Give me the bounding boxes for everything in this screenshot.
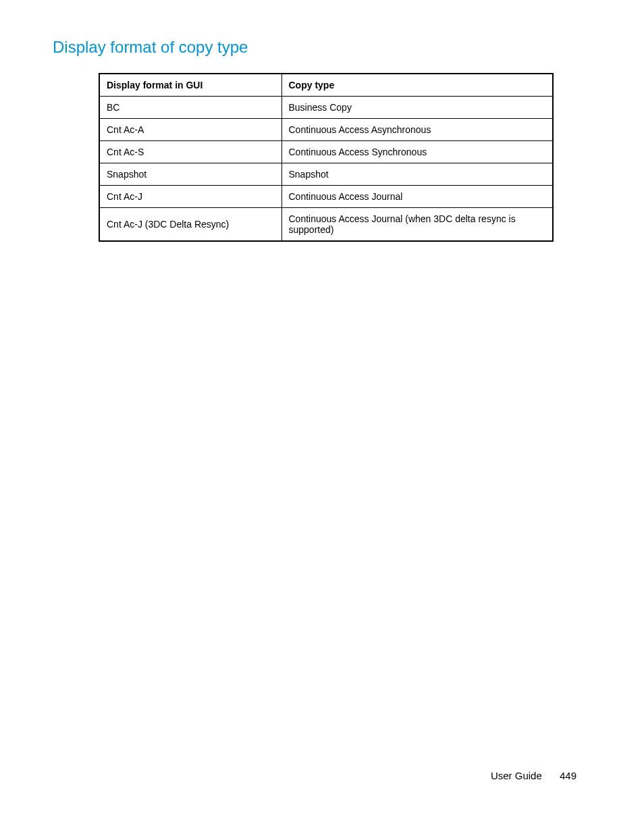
- footer-page-number: 449: [560, 770, 576, 781]
- section-heading: Display format of copy type: [53, 38, 591, 57]
- table-cell: Continuous Access Asynchronous: [281, 119, 553, 141]
- table-cell: Business Copy: [281, 97, 553, 119]
- table-cell: Continuous Access Journal: [281, 186, 553, 208]
- table-row: BC Business Copy: [99, 97, 553, 119]
- table-row: Cnt Ac-S Continuous Access Synchronous: [99, 141, 553, 163]
- table-cell: Continuous Access Synchronous: [281, 141, 553, 163]
- table-cell: BC: [99, 97, 281, 119]
- page-footer: User Guide 449: [491, 770, 576, 781]
- table-cell: Cnt Ac-S: [99, 141, 281, 163]
- table-row: Snapshot Snapshot: [99, 163, 553, 186]
- table-cell: Cnt Ac-J: [99, 186, 281, 208]
- table-header-col2: Copy type: [281, 74, 553, 97]
- copy-type-table: Display format in GUI Copy type BC Busin…: [99, 73, 554, 242]
- table-row: Cnt Ac-J Continuous Access Journal: [99, 186, 553, 208]
- table-cell: Snapshot: [99, 163, 281, 186]
- table-header-row: Display format in GUI Copy type: [99, 74, 553, 97]
- table-cell: Continuous Access Journal (when 3DC delt…: [281, 208, 553, 242]
- table-cell: Cnt Ac-J (3DC Delta Resync): [99, 208, 281, 242]
- table-cell: Cnt Ac-A: [99, 119, 281, 141]
- table-row: Cnt Ac-A Continuous Access Asynchronous: [99, 119, 553, 141]
- footer-label: User Guide: [491, 770, 542, 781]
- table-cell: Snapshot: [281, 163, 553, 186]
- table-row: Cnt Ac-J (3DC Delta Resync) Continuous A…: [99, 208, 553, 242]
- table-header-col1: Display format in GUI: [99, 74, 281, 97]
